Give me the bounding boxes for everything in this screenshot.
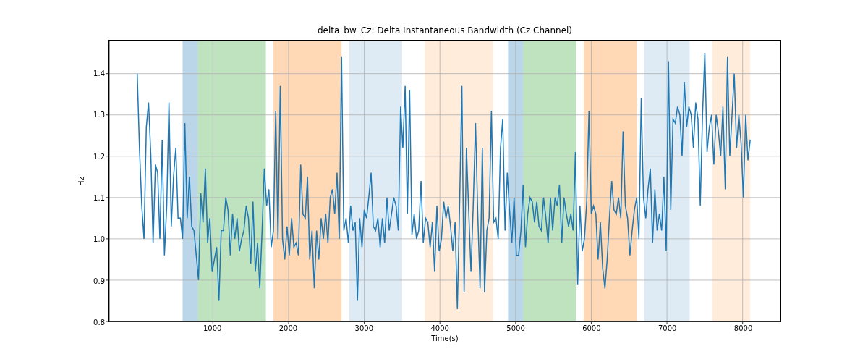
y-tick-label: 1.2 <box>83 152 105 160</box>
chart-title: delta_bw_Cz: Delta Instantaneous Bandwid… <box>109 25 781 35</box>
x-tick-label: 7000 <box>658 324 676 332</box>
x-tick-label: 5000 <box>506 324 524 332</box>
figure: delta_bw_Cz: Delta Instantaneous Bandwid… <box>0 0 868 362</box>
highlight-band <box>584 41 637 321</box>
highlight-band <box>523 41 576 321</box>
y-tick-label: 1.4 <box>83 69 105 77</box>
x-tick-label: 3000 <box>355 324 373 332</box>
axes <box>109 40 781 322</box>
highlight-band <box>197 41 265 321</box>
plot-svg <box>109 41 780 321</box>
x-tick-label: 6000 <box>582 324 600 332</box>
x-tick-label: 1000 <box>203 324 221 332</box>
y-tick-label: 1.0 <box>83 235 105 243</box>
highlight-band <box>712 41 750 321</box>
highlight-band <box>182 41 197 321</box>
y-tick-label: 1.3 <box>83 111 105 119</box>
x-tick-label: 8000 <box>734 324 752 332</box>
y-tick-label: 0.8 <box>83 319 105 327</box>
x-tick-label: 2000 <box>279 324 297 332</box>
y-tick-label: 0.9 <box>83 277 105 285</box>
y-tick-label: 1.1 <box>83 193 105 201</box>
x-axis-label: Time(s) <box>109 334 781 342</box>
x-tick-label: 4000 <box>430 324 448 332</box>
